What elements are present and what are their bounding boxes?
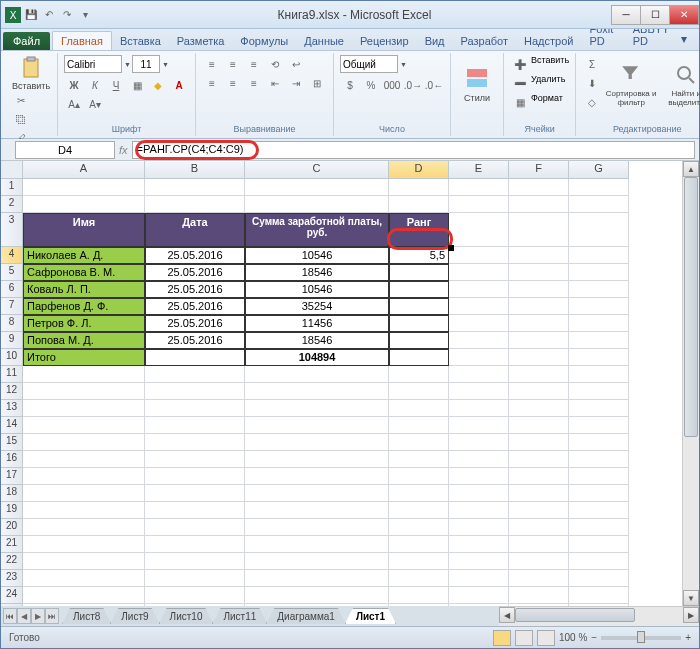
cell[interactable] (449, 179, 509, 196)
cell[interactable] (509, 553, 569, 570)
cell[interactable] (569, 553, 629, 570)
undo-icon[interactable]: ↶ (41, 7, 57, 23)
increase-font-icon[interactable]: A▴ (64, 95, 84, 113)
cell[interactable] (449, 587, 509, 604)
scroll-thumb-v[interactable] (684, 177, 698, 437)
cell[interactable] (145, 349, 245, 366)
row-header-21[interactable]: 21 (1, 536, 23, 553)
cell[interactable]: 25.05.2016 (145, 315, 245, 332)
cell[interactable] (145, 485, 245, 502)
cell[interactable]: Попова М. Д. (23, 332, 145, 349)
cell[interactable]: Итого (23, 349, 145, 366)
cell[interactable] (145, 604, 245, 606)
cell[interactable] (245, 383, 389, 400)
col-header-E[interactable]: E (449, 161, 509, 179)
cell[interactable] (245, 587, 389, 604)
col-header-C[interactable]: C (245, 161, 389, 179)
row-header-20[interactable]: 20 (1, 519, 23, 536)
cell[interactable]: 18546 (245, 332, 389, 349)
row-header-8[interactable]: 8 (1, 315, 23, 332)
cell[interactable]: 25.05.2016 (145, 332, 245, 349)
cell[interactable] (23, 468, 145, 485)
cell[interactable]: Дата (145, 213, 245, 247)
row-header-6[interactable]: 6 (1, 281, 23, 298)
grid[interactable]: 123ИмяДатаСумма заработной платы, руб.Ра… (1, 179, 682, 606)
close-button[interactable]: ✕ (669, 5, 699, 25)
horizontal-scrollbar[interactable]: ◀ ▶ (499, 606, 699, 626)
cell[interactable] (569, 349, 629, 366)
cell[interactable] (509, 383, 569, 400)
tab-formulas[interactable]: Формулы (232, 32, 296, 50)
cell[interactable] (23, 553, 145, 570)
cell[interactable] (509, 264, 569, 281)
cell[interactable] (23, 536, 145, 553)
col-header-D[interactable]: D (389, 161, 449, 179)
currency-icon[interactable]: $ (340, 76, 360, 94)
decrease-font-icon[interactable]: A▾ (85, 95, 105, 113)
redo-icon[interactable]: ↷ (59, 7, 75, 23)
cell[interactable] (23, 570, 145, 587)
select-all-corner[interactable] (1, 161, 23, 179)
scroll-thumb-h[interactable] (515, 608, 635, 622)
sheet-tab-Лист9[interactable]: Лист9 (110, 608, 159, 624)
cell[interactable]: 18546 (245, 264, 389, 281)
row-header-5[interactable]: 5 (1, 264, 23, 281)
cell[interactable] (449, 366, 509, 383)
cell[interactable] (569, 417, 629, 434)
cell[interactable] (509, 451, 569, 468)
col-header-A[interactable]: A (23, 161, 145, 179)
cell[interactable] (389, 604, 449, 606)
cell[interactable] (449, 570, 509, 587)
cell[interactable] (389, 315, 449, 332)
cell[interactable] (509, 196, 569, 213)
cell[interactable] (509, 315, 569, 332)
cell[interactable] (145, 179, 245, 196)
fill-color-icon[interactable]: ◆ (148, 76, 168, 94)
scroll-up-icon[interactable]: ▲ (683, 161, 699, 177)
cell[interactable] (449, 213, 509, 247)
delete-cells-icon[interactable]: ➖ (510, 74, 530, 92)
cell[interactable] (145, 434, 245, 451)
row-header-15[interactable]: 15 (1, 434, 23, 451)
format-cells-icon[interactable]: ▦ (510, 93, 530, 111)
view-normal-icon[interactable] (493, 630, 511, 646)
cell[interactable]: 104894 (245, 349, 389, 366)
cell[interactable] (389, 502, 449, 519)
cell[interactable] (569, 213, 629, 247)
cell[interactable] (145, 451, 245, 468)
cell[interactable] (569, 247, 629, 264)
cell[interactable] (509, 604, 569, 606)
bold-icon[interactable]: Ж (64, 76, 84, 94)
cell[interactable] (245, 502, 389, 519)
view-layout-icon[interactable] (515, 630, 533, 646)
cell[interactable] (245, 553, 389, 570)
cell[interactable] (23, 434, 145, 451)
cell[interactable] (389, 179, 449, 196)
italic-icon[interactable]: К (85, 76, 105, 94)
cell[interactable] (389, 264, 449, 281)
cell[interactable] (449, 434, 509, 451)
find-select-button[interactable]: Найти и выделить (660, 55, 700, 115)
cell[interactable] (449, 604, 509, 606)
cell[interactable]: Имя (23, 213, 145, 247)
scroll-left-icon[interactable]: ◀ (499, 607, 515, 623)
cell[interactable] (389, 587, 449, 604)
cell[interactable] (245, 366, 389, 383)
cell[interactable] (245, 179, 389, 196)
wrap-text-icon[interactable]: ↩ (286, 55, 306, 73)
cell[interactable] (23, 400, 145, 417)
zoom-slider[interactable] (601, 636, 681, 640)
tab-review[interactable]: Рецензир (352, 32, 417, 50)
row-header-23[interactable]: 23 (1, 570, 23, 587)
cell[interactable] (569, 179, 629, 196)
autosum-icon[interactable]: Σ (582, 55, 602, 73)
cell[interactable] (23, 485, 145, 502)
cell[interactable] (145, 468, 245, 485)
cell[interactable]: 35254 (245, 298, 389, 315)
cell[interactable] (569, 434, 629, 451)
row-header-9[interactable]: 9 (1, 332, 23, 349)
save-icon[interactable]: 💾 (23, 7, 39, 23)
cell[interactable] (23, 383, 145, 400)
cell[interactable]: 5,5 (389, 247, 449, 264)
fill-icon[interactable]: ⬇ (582, 74, 602, 92)
